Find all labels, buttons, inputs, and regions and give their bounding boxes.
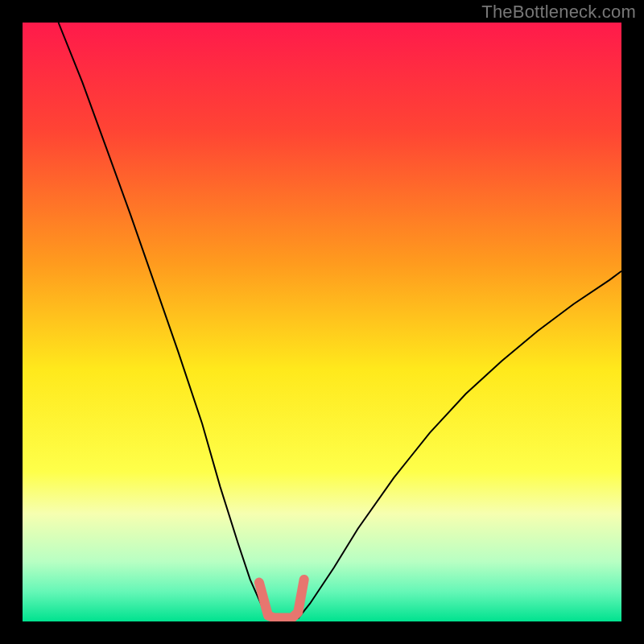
plot-background	[23, 23, 621, 621]
bottleneck-chart	[0, 0, 644, 644]
chart-root: TheBottleneck.com	[0, 0, 644, 644]
watermark-text: TheBottleneck.com	[481, 2, 636, 23]
